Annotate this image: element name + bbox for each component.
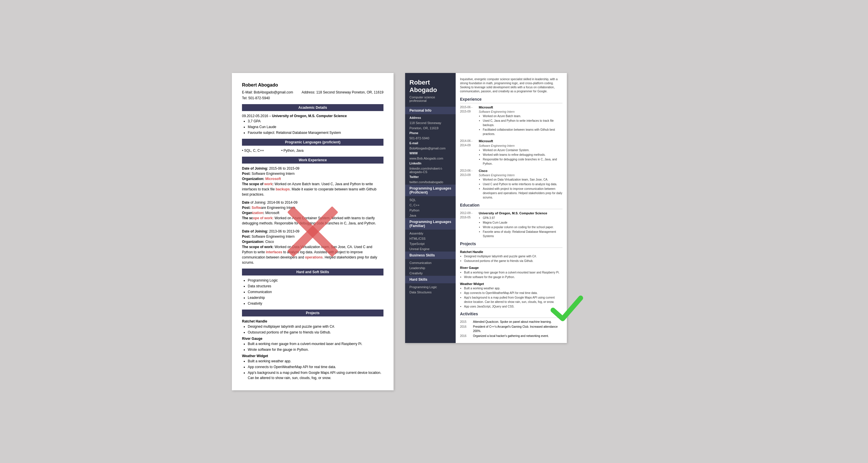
- left-proj-0-list: Designed multiplayer labyrinth and puzzl…: [242, 324, 383, 335]
- sidebar-prog-fam-2: TypeScript: [405, 241, 456, 246]
- sidebar-biz-1: Leadership: [405, 265, 456, 271]
- right-summary: Inquisitive, energetic computer science …: [460, 77, 562, 94]
- left-lang-right: • Python, Java: [281, 148, 304, 153]
- sidebar-www-val: www.Bob.Abogado.com: [405, 156, 456, 161]
- sidebar-prog-prof-1: C, C++: [405, 202, 456, 208]
- left-academic-header: Academic Details: [242, 104, 383, 111]
- right-exp-1-dates: 2014-06 -2014-09: [460, 139, 476, 166]
- left-gpa: 3,7 GPA: [248, 119, 383, 124]
- left-proj-1-list: Built a working river gauge from a culve…: [242, 341, 383, 352]
- sidebar-prog-prof-2: Python: [405, 208, 456, 213]
- sidebar-address-label: Address: [405, 115, 456, 120]
- right-exp-1-body: Microsoft Software Engineering Intern Wo…: [479, 139, 562, 166]
- right-exp-1: 2014-06 -2014-09 Microsoft Software Engi…: [460, 139, 562, 166]
- right-proj-title: Projects: [460, 241, 562, 248]
- sidebar-linkedin-label: LinkedIn: [405, 161, 456, 166]
- left-contact: E-Mail: BobAbogado@gmail.com Address: 11…: [242, 90, 383, 95]
- sidebar-prog-prof-label: Programming Languages (Proficient): [405, 185, 456, 196]
- left-work-2-dates: Date of Joining: 2013-06 to 2013-09: [242, 229, 383, 234]
- left-proj-0-title: Ratchet Handle: [242, 319, 383, 324]
- left-work-2-org: Organization: Cisco: [242, 239, 383, 244]
- left-projects-header: Projects: [242, 309, 383, 317]
- sidebar-twitter-label: Twitter: [405, 174, 456, 179]
- right-edu-0-body: University of Oregon, M.S. Computer Scie…: [479, 211, 562, 238]
- sidebar-prog-fam-1: HTML/CSS: [405, 236, 456, 241]
- left-proj-1-title: River Gauge: [242, 336, 383, 341]
- left-lang-row: • SQL, C, C++ • Python, Java: [242, 148, 383, 153]
- sidebar-biz-0: Communication: [405, 260, 456, 265]
- left-work-1-post: Post: Software Engineering Intern: [242, 205, 383, 210]
- sidebar-address-city: Poneton, OR, 11619: [405, 126, 456, 131]
- right-exp-0-body: Microsoft Software Engineering Intern Wo…: [479, 105, 562, 137]
- left-work-0-post: Post: Software Engineering Intern: [242, 171, 383, 176]
- sidebar-twitter-val: twitter.com/bobabogado: [405, 179, 456, 185]
- left-project-2: Weather Widget Built a working weather a…: [242, 353, 383, 381]
- left-work-1: Date of Joining: 2014-06 to 2014-09 Post…: [242, 200, 383, 226]
- sidebar-email-label: E-mail: [405, 141, 456, 146]
- sidebar-www-label: WWW: [405, 151, 456, 156]
- left-email: E-Mail: BobAbogado@gmail.com: [242, 90, 293, 95]
- right-name: Robert Abogado: [405, 79, 456, 96]
- sidebar-email-val: BobAbogado@gmail.com: [405, 146, 456, 151]
- left-academic-dates: 09.2012-05.2016 – University of Oregon, …: [242, 113, 383, 119]
- left-work-0-dates: Date of Joining: 2015-06 to 2015-09: [242, 166, 383, 171]
- resume-left: Robert Abogado E-Mail: BobAbogado@gmail.…: [232, 73, 394, 390]
- left-project-0: Ratchet Handle Designed multiplayer laby…: [242, 319, 383, 335]
- right-act-2: 2016 Organized a local hacker's gatherin…: [460, 334, 562, 338]
- left-work-1-scope: The scope of work: Worked on Azure Conta…: [242, 216, 383, 226]
- left-proj-2-title: Weather Widget: [242, 353, 383, 359]
- left-skills-list: Programming Logic Data structures Commun…: [242, 278, 383, 306]
- sidebar-personal-label: Personal Info: [405, 107, 456, 114]
- left-phone: Tel: 501-872-5940: [242, 96, 383, 101]
- left-skill-2: Communication: [248, 289, 383, 295]
- right-exp-2: 2013-06 -2013-09 Cisco Software Engineer…: [460, 168, 562, 200]
- sidebar-biz-label: Business Skills: [405, 252, 456, 259]
- left-skills-header: Hard and Soft Skills: [242, 269, 383, 275]
- left-work-2: Date of Joining: 2013-06 to 2013-09 Post…: [242, 229, 383, 265]
- left-proj-2-list: Built a working weather app. App connect…: [242, 359, 383, 381]
- sidebar-prog-fam-0: Assembly: [405, 231, 456, 236]
- right-edu-0: 2012-09 -2016-05 University of Oregon, M…: [460, 211, 562, 238]
- left-lang-header: Programic Languages (proficient): [242, 139, 383, 146]
- left-lang-left: • SQL, C, C++: [242, 148, 264, 153]
- left-project-1: River Gauge Built a working river gauge …: [242, 336, 383, 352]
- left-work-0-scope: The scope of work: Worked on Azure Batch…: [242, 181, 383, 197]
- left-work-0: Date of Joining: 2015-06 to 2015-09 Post…: [242, 166, 383, 197]
- sidebar-phone-label: Phone: [405, 131, 456, 136]
- right-proj-1: River Gauge Built a working river gauge …: [460, 265, 562, 279]
- left-work-2-scope: The scope of work: Worked on Data Virtua…: [242, 244, 383, 265]
- sidebar-hard-1: Data Structures: [405, 290, 456, 295]
- sidebar-biz-2: Creativity: [405, 271, 456, 276]
- sidebar-hard-0: Programming Logic: [405, 285, 456, 290]
- sidebar-linkedin-val: linkedin.com/in/robert-t-abogado-CS: [405, 166, 456, 174]
- right-act-0: 2015 Attended Quackcon. Spoke on panel a…: [460, 320, 562, 324]
- right-exp-title: Experience: [460, 96, 562, 103]
- left-work-1-dates: Date of Joining: 2014-06 to 2014-09: [242, 200, 383, 205]
- left-skill-1: Data structures: [248, 284, 383, 289]
- left-subject: Favourite subject: Relational Database M…: [248, 130, 383, 135]
- right-exp-0: 2015-06 -2015-09 Microsoft Software Engi…: [460, 105, 562, 137]
- sidebar-phone-val: 501-872-5940: [405, 136, 456, 141]
- resume-right: Robert Abogado Computer science professi…: [405, 73, 567, 343]
- left-work-header: Work Experience: [242, 157, 383, 164]
- sidebar-address-val: 118 Second Stoneway: [405, 120, 456, 126]
- right-exp-2-body: Cisco Software Engineering Intern Worked…: [479, 168, 562, 200]
- left-address: Address: 118 Second Stoneway Poneton, OR…: [302, 90, 383, 95]
- right-edu-0-dates: 2012-09 -2016-05: [460, 211, 476, 238]
- right-sidebar: Robert Abogado Computer science professi…: [405, 73, 456, 343]
- left-skill-3: Leadership: [248, 295, 383, 300]
- right-exp-0-dates: 2015-06 -2015-09: [460, 105, 476, 137]
- left-work-2-post: Post: Software Engineering Intern: [242, 234, 383, 239]
- sidebar-hard-label: Hard Skills: [405, 276, 456, 283]
- sidebar-prog-prof-0: SQL: [405, 197, 456, 202]
- sidebar-prog-fam-label: Programming Languages (Familiar): [405, 218, 456, 230]
- right-proj-0: Ratchet Handle Designed multiplayer laby…: [460, 250, 562, 263]
- left-honor: Magna Cun Laude: [248, 124, 383, 130]
- left-name: Robert Abogado: [242, 81, 383, 89]
- right-title: Computer science professional: [405, 96, 456, 107]
- right-main: Inquisitive, energetic computer science …: [456, 73, 567, 343]
- sidebar-prog-fam-3: Unreal Engine: [405, 246, 456, 252]
- right-exp-2-dates: 2013-06 -2013-09: [460, 168, 476, 200]
- right-act-title: Activities: [460, 311, 562, 318]
- left-work-0-org: Organization: Microsoft: [242, 176, 383, 181]
